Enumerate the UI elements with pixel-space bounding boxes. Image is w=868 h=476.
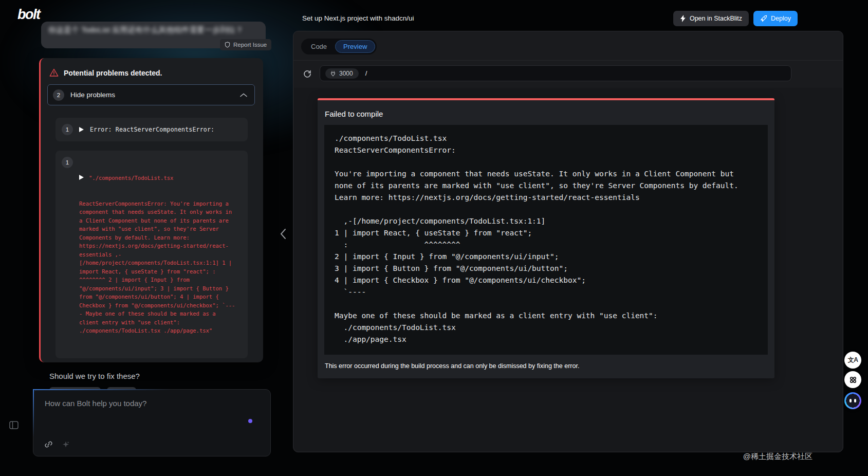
view-tabs: Code Preview xyxy=(293,31,843,60)
collapse-panel-chevron-icon[interactable] xyxy=(280,228,286,240)
failed-to-compile-title: Failed to compile xyxy=(318,100,774,125)
chat-input-toolbar xyxy=(44,440,70,449)
grid-dots-icon xyxy=(849,376,857,384)
translate-icon: 文A xyxy=(848,356,858,364)
port-number: 3000 xyxy=(339,70,353,77)
open-in-stackblitz-button[interactable]: Open in StackBlitz xyxy=(673,11,749,26)
preview-frame: Failed to compile ./components/TodoList.… xyxy=(294,88,842,451)
error-summary-row[interactable]: 1 Error: ReactServerComponentsError: xyxy=(56,118,248,141)
bolt-app-window: bolt Set up Next.js project with shadcn/… xyxy=(0,0,868,476)
translate-fab[interactable]: 文A xyxy=(844,352,861,369)
problems-title: Potential problems detected. xyxy=(64,69,162,77)
header-actions: Open in StackBlitz Deploy xyxy=(673,11,798,26)
error-detail-body: ReactServerComponentsError: You're impor… xyxy=(79,199,237,335)
chat-input-box xyxy=(33,389,271,456)
preview-address-bar: 3000 / xyxy=(293,61,843,86)
project-title: Set up Next.js project with shadcn/ui xyxy=(302,14,414,22)
assistant-mascot-fab[interactable] xyxy=(844,392,861,409)
fix-prompt-text: Should we try to fix these? xyxy=(49,372,255,380)
error-detail-row[interactable]: 1 "./components/TodoList.tsx ReactServer… xyxy=(56,151,248,358)
bolt-logo[interactable]: bolt xyxy=(17,7,40,23)
error-detail-badge: 1 xyxy=(62,157,73,168)
report-issue-button[interactable]: Report Issue xyxy=(220,39,271,50)
error-summary-text: Error: ReactServerComponentsError: xyxy=(90,126,214,133)
tab-code[interactable]: Code xyxy=(303,40,335,53)
shield-icon xyxy=(225,42,230,48)
chat-input[interactable] xyxy=(33,390,270,430)
assistant-face-icon xyxy=(849,399,856,402)
url-path: / xyxy=(365,69,367,77)
workbench-panel: Code Preview 3000 / xyxy=(293,31,843,452)
open-in-stackblitz-label: Open in StackBlitz xyxy=(690,15,742,22)
error-detail-first-line: "./components/TodoList.tsx xyxy=(89,174,173,182)
report-issue-label: Report Issue xyxy=(233,42,267,48)
error-detail-text: "./components/TodoList.tsx ReactServerCo… xyxy=(79,157,237,352)
watermark-text: @稀土掘金技术社区 xyxy=(743,452,812,462)
sidebar-toggle-icon[interactable] xyxy=(9,421,19,429)
problems-count-badge: 2 xyxy=(53,89,64,101)
plug-icon xyxy=(330,70,336,77)
code-preview-toggle: Code Preview xyxy=(301,39,377,54)
error-count-badge: 1 xyxy=(62,124,73,135)
compile-error-code: ./components/TodoList.tsx ReactServerCom… xyxy=(324,125,768,355)
problems-panel: Potential problems detected. 2 Hide prob… xyxy=(39,58,263,362)
nextjs-error-overlay: Failed to compile ./components/TodoList.… xyxy=(318,98,774,378)
sparkle-icon[interactable] xyxy=(62,441,70,449)
problems-header: Potential problems detected. xyxy=(49,68,255,77)
warning-triangle-icon xyxy=(49,68,59,77)
apps-grid-fab[interactable] xyxy=(844,371,861,388)
reload-icon[interactable] xyxy=(303,69,312,78)
rocket-icon xyxy=(760,15,767,22)
deploy-button[interactable]: Deploy xyxy=(753,11,798,26)
error-footer-note: This error occurred during the build pro… xyxy=(318,355,774,378)
tab-preview[interactable]: Preview xyxy=(335,40,375,53)
deploy-label: Deploy xyxy=(771,15,791,22)
cursor-dot xyxy=(248,419,252,423)
hide-problems-toggle[interactable]: 2 Hide problems xyxy=(47,84,255,105)
expand-play-icon xyxy=(79,127,84,132)
problems-list: 1 Error: ReactServerComponentsError: 1 "… xyxy=(56,118,248,358)
lightning-icon xyxy=(680,15,686,22)
port-badge[interactable]: 3000 xyxy=(325,68,359,79)
expand-play-icon xyxy=(79,175,84,180)
chevron-up-icon xyxy=(240,93,247,97)
hide-problems-label: Hide problems xyxy=(70,91,115,99)
attach-link-icon[interactable] xyxy=(44,440,53,449)
url-input[interactable]: 3000 / xyxy=(320,65,791,81)
top-bar: bolt Set up Next.js project with shadcn/… xyxy=(0,0,868,29)
